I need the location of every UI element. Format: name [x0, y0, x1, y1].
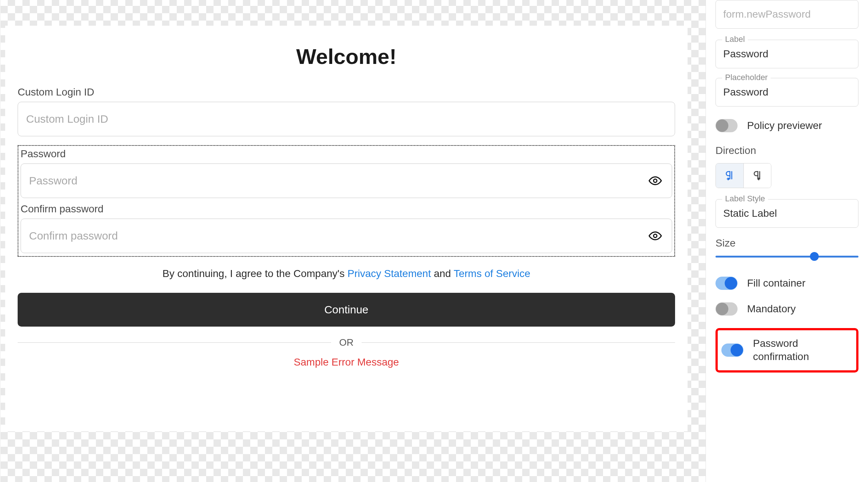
divider-line	[18, 342, 331, 343]
mandatory-label: Mandatory	[747, 303, 796, 315]
field-password: Password	[21, 148, 672, 198]
fill-container-toggle[interactable]	[715, 277, 738, 290]
prop-label-caption: Label	[722, 35, 748, 44]
svg-point-0	[654, 179, 657, 183]
eye-icon[interactable]	[648, 173, 663, 188]
confirm-password-label: Confirm password	[21, 203, 672, 215]
password-label: Password	[21, 148, 672, 160]
form-canvas: Welcome! Custom Login ID Password Confir…	[5, 26, 688, 431]
prop-binding	[715, 0, 858, 29]
direction-toggle	[715, 163, 771, 188]
login-id-label: Custom Login ID	[18, 86, 675, 98]
policy-previewer-toggle[interactable]	[715, 119, 738, 132]
login-id-input[interactable]	[18, 102, 675, 136]
toggle-policy-previewer: Policy previewer	[715, 119, 858, 132]
terms-link[interactable]: Terms of Service	[453, 268, 530, 279]
eye-icon[interactable]	[648, 229, 663, 243]
continue-button[interactable]: Continue	[18, 293, 675, 327]
prop-placeholder: Placeholder	[715, 78, 858, 107]
toggle-password-confirmation: Password confirmation	[721, 337, 853, 364]
divider-line	[362, 342, 675, 343]
size-slider[interactable]	[715, 256, 858, 258]
divider: OR	[18, 337, 675, 348]
binding-input[interactable]	[715, 0, 858, 29]
page-title: Welcome!	[18, 44, 675, 69]
slider-thumb[interactable]	[810, 252, 819, 261]
direction-rtl-button[interactable]	[743, 163, 771, 188]
pilcrow-rtl-icon	[752, 170, 763, 182]
agreement-text: By continuing, I agree to the Company's …	[18, 268, 675, 280]
selected-group: Password Confirm password	[18, 145, 675, 257]
direction-ltr-button[interactable]	[716, 163, 743, 188]
svg-point-1	[654, 234, 657, 238]
mandatory-toggle[interactable]	[715, 302, 738, 316]
properties-sidebar: Label Placeholder Policy previewer Direc…	[706, 0, 868, 482]
field-login-id: Custom Login ID	[18, 86, 675, 136]
highlight-annotation: Password confirmation	[715, 328, 858, 373]
pilcrow-ltr-icon	[724, 170, 735, 182]
error-message: Sample Error Message	[18, 356, 675, 368]
direction-label: Direction	[715, 145, 858, 157]
password-input[interactable]	[21, 163, 672, 198]
agree-prefix: By continuing, I agree to the Company's	[162, 268, 347, 279]
policy-previewer-label: Policy previewer	[747, 120, 822, 132]
field-confirm-password: Confirm password	[21, 203, 672, 253]
size-label: Size	[715, 237, 858, 249]
prop-placeholder-caption: Placeholder	[722, 73, 771, 82]
password-confirmation-label: Password confirmation	[753, 337, 853, 364]
prop-label: Label	[715, 40, 858, 68]
confirm-password-input[interactable]	[21, 219, 672, 253]
prop-label-style: Label Style	[715, 199, 858, 228]
divider-text: OR	[331, 337, 362, 348]
toggle-mandatory: Mandatory	[715, 302, 858, 316]
fill-container-label: Fill container	[747, 277, 806, 289]
password-confirmation-toggle[interactable]	[721, 343, 743, 357]
toggle-fill-container: Fill container	[715, 277, 858, 290]
privacy-link[interactable]: Privacy Statement	[347, 268, 431, 279]
agree-mid: and	[431, 268, 454, 279]
prop-label-style-caption: Label Style	[722, 194, 768, 204]
